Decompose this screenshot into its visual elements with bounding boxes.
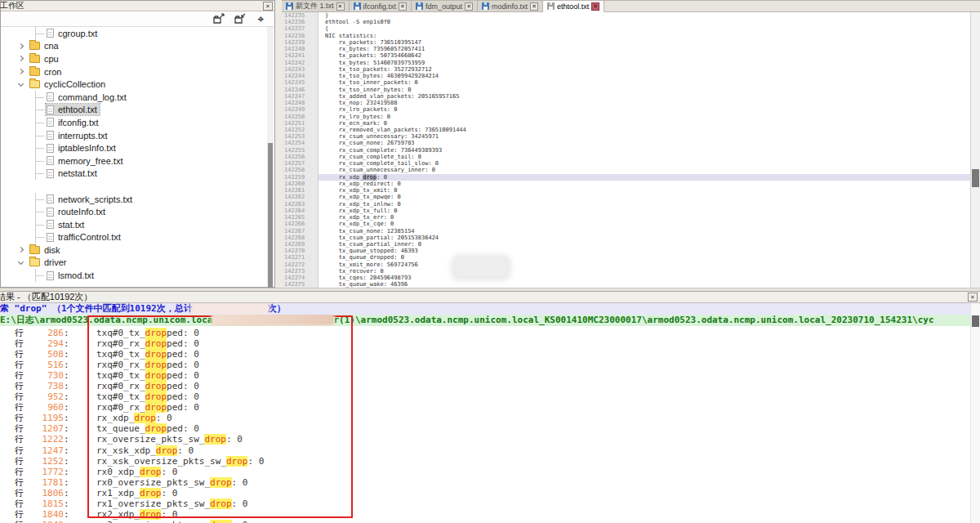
tree-item-inner: trafficControl.txt xyxy=(46,231,123,243)
tree-item-iptablesinfo-txt[interactable]: iptablesInfo.txt xyxy=(1,141,267,154)
tree-item-cycliccollection[interactable]: cyclicCollection xyxy=(1,78,267,91)
chevron-down-icon[interactable] xyxy=(18,259,24,265)
editor-line: 142239 rx_packets: 736510395147 xyxy=(282,39,970,46)
file-icon xyxy=(47,118,54,127)
tree-item-netstat-txt[interactable]: netstat.txt xyxy=(1,168,267,181)
expand-all-icon[interactable] xyxy=(212,13,225,25)
tree-item-inner: lsmod.txt xyxy=(46,270,96,281)
row-line-number: 1849 xyxy=(31,520,64,523)
results-scrollbar[interactable] xyxy=(970,303,980,523)
tab-label: ifconfig.txt xyxy=(363,2,397,11)
result-row[interactable]: 行1806:rx1_xdp_drop: 0 xyxy=(0,488,970,498)
result-row[interactable]: 行730:txq#0_tx_dropped: 0 xyxy=(0,370,970,381)
line-text: tx_packets: 507354668642 xyxy=(318,52,970,59)
tree-item-memory-free-txt[interactable]: memory_free.txt xyxy=(1,154,267,168)
row-match-text: rx2_xdp_drop: 0 xyxy=(96,509,177,520)
chevron-down-icon[interactable] xyxy=(18,81,24,87)
line-text: tx_csum_none: 12385154 xyxy=(318,228,970,235)
result-row[interactable]: 行952:txq#0_tx_dropped: 0 xyxy=(0,391,970,402)
tree-scrollbar-thumb[interactable] xyxy=(268,143,273,288)
result-row[interactable]: 行1781:rx0_oversize_pkts_sw_drop: 0 xyxy=(0,477,970,488)
tree-connector xyxy=(35,104,44,117)
tree-item-inner: ifconfig.txt xyxy=(46,117,101,128)
result-row[interactable]: 行960:rxq#0_rx_dropped: 0 xyxy=(0,402,970,413)
editor-line: 142249 rx_lro_packets: 0 xyxy=(282,106,970,113)
chevron-right-icon[interactable] xyxy=(18,69,24,74)
match-highlight: drop xyxy=(134,413,156,423)
result-row[interactable]: 行1815:rx1_oversize_pkts_sw_drop: 0 xyxy=(0,498,970,509)
editor-tab-ifconfig-txt[interactable]: ifconfig.txt✕ xyxy=(350,1,412,11)
row-line-number: 1781 xyxy=(31,477,64,488)
result-row[interactable]: 行1840:rx2_xdp_drop: 0 xyxy=(0,509,970,520)
results-close-icon[interactable]: ✕ xyxy=(968,293,978,302)
editor-tab-1-txt[interactable]: 新文件 1.txt✕ xyxy=(282,1,350,11)
line-number: 142271 xyxy=(282,254,318,261)
tree-item-stat-txt[interactable]: stat.txt xyxy=(1,218,267,231)
result-row[interactable]: 行1195:rx_xdp_drop: 0 xyxy=(0,413,970,423)
result-row[interactable]: 行1222:rx_oversize_pkts_sw_drop: 0 xyxy=(0,434,970,445)
tree-item-cgroup-txt[interactable]: cgroup.txt xyxy=(1,27,267,40)
line-text: tx_queue_dropped: 0 xyxy=(318,254,970,261)
row-match-text: rx0_oversize_pkts_sw_drop: 0 xyxy=(96,477,247,488)
results-scrollbar-thumb[interactable] xyxy=(972,315,979,327)
result-row[interactable]: 行1252:rx_xsk_oversize_pkts_sw_drop: 0 xyxy=(0,456,970,467)
editor-scrollbar-thumb[interactable] xyxy=(972,169,979,187)
workspace-close-icon[interactable]: ✕ xyxy=(263,2,273,11)
tree-item-routeinfo-txt[interactable]: routeInfo.txt xyxy=(1,205,267,218)
tab-close-icon[interactable]: ✕ xyxy=(591,2,599,11)
locate-file-icon[interactable]: ⌖ xyxy=(254,13,268,25)
editor-line: 142247 tx_added_vlan_packets: 2051659571… xyxy=(282,93,970,100)
tree-item-cna[interactable]: cna xyxy=(1,40,267,53)
tab-bar: 新文件 1.txt✕ifconfig.txt✕fdm_output✕modinf… xyxy=(282,1,980,12)
tree-item-label: iptablesInfo.txt xyxy=(58,143,116,153)
tree-connector xyxy=(35,129,44,142)
tab-close-icon[interactable]: ✕ xyxy=(336,2,345,11)
tree-item-label: command_log.txt xyxy=(58,92,127,102)
collapse-all-icon[interactable] xyxy=(233,13,247,25)
result-file-path[interactable]: E:\日志\armod0523.odata.ncmp.unicom.locar(… xyxy=(0,315,980,326)
tab-close-icon[interactable]: ✕ xyxy=(465,2,473,11)
result-row[interactable]: 行1849:rx2_oversize_pkts_sw_drop: 0 xyxy=(0,520,970,523)
folder-icon xyxy=(29,68,40,76)
tree-item-disk[interactable]: disk xyxy=(1,244,267,257)
row-match-text: rxq#0_rx_dropped: 0 xyxy=(96,381,199,391)
result-row[interactable]: 行738:rxq#0_rx_dropped: 0 xyxy=(0,381,970,391)
row-line-label: 行 xyxy=(15,423,31,434)
editor-code[interactable]: 142235}142236ethtool -S enp1s0f0142237{1… xyxy=(282,12,970,288)
result-row[interactable]: 行1247:rx_xsk_xdp_drop: 0 xyxy=(0,445,970,456)
tree-item-trafficcontrol-txt[interactable]: trafficControl.txt xyxy=(1,231,267,244)
chevron-right-icon[interactable] xyxy=(18,43,24,49)
editor-scrollbar[interactable] xyxy=(970,12,980,288)
search-summary: 索 "drop" （1个文件中匹配到10192次，总计次） xyxy=(0,303,980,315)
result-row[interactable]: 行516:rxq#0_rx_dropped: 0 xyxy=(0,360,970,370)
result-row[interactable]: 行508:txq#0_tx_dropped: 0 xyxy=(0,349,970,360)
chevron-right-icon[interactable] xyxy=(18,56,24,61)
tree-scrollbar[interactable] xyxy=(267,27,274,286)
tree-item-network-scripts-txt[interactable]: network_scripts.txt xyxy=(1,193,267,206)
result-row[interactable]: 行1772:rx0_xdp_drop: 0 xyxy=(0,467,970,477)
chevron-right-icon[interactable] xyxy=(18,247,24,253)
tree-item-ethtool-txt[interactable]: ethtool.txt xyxy=(1,104,267,117)
line-text: tx_queue_wake: 46396 xyxy=(318,281,970,288)
editor-tab-fdm-output[interactable]: fdm_output✕ xyxy=(412,1,478,11)
tree-item-cron[interactable]: cron xyxy=(1,65,267,78)
line-number: 142261 xyxy=(282,187,318,194)
line-number: 142262 xyxy=(282,194,318,200)
row-line-label: 行 xyxy=(15,328,31,338)
tab-close-icon[interactable]: ✕ xyxy=(399,2,407,11)
tree-item-lsmod-txt[interactable]: lsmod.txt xyxy=(1,269,267,282)
tree-item-interrupts-txt[interactable]: interrupts.txt xyxy=(1,129,267,142)
row-line-label: 行 xyxy=(15,391,31,402)
result-row[interactable]: 行1207:tx_queue_dropped: 0 xyxy=(0,423,970,434)
tree-item-driver[interactable]: driver xyxy=(1,257,267,270)
result-row[interactable]: 行286:txq#0_tx_dropped: 0 xyxy=(0,328,970,338)
result-row[interactable]: 行294:rxq#0_rx_dropped: 0 xyxy=(0,338,970,349)
tab-close-icon[interactable]: ✕ xyxy=(530,2,538,11)
tree-item-ifconfig-txt[interactable]: ifconfig.txt xyxy=(1,116,267,129)
editor-tab-modinfo-txt[interactable]: modinfo.txt✕ xyxy=(478,1,543,11)
tree-item-command-log-txt[interactable]: command_log.txt xyxy=(1,91,267,104)
editor-tab-ethtool-txt[interactable]: ethtool.txt✕ xyxy=(543,1,604,12)
editor-line: 142240 rx_bytes: 735960572057411 xyxy=(282,46,970,52)
tree-item-cpu[interactable]: cpu xyxy=(1,52,267,65)
row-match-text: rx0_xdp_drop: 0 xyxy=(96,467,177,477)
